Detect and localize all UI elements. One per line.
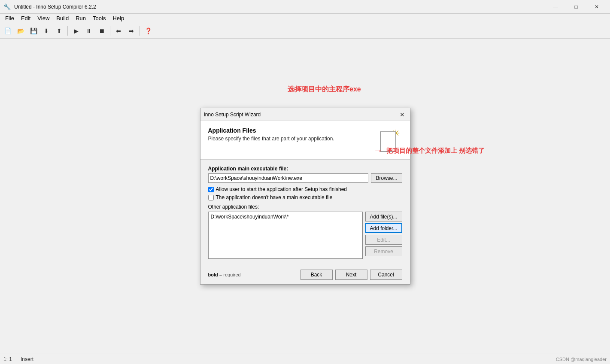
status-bar: 1: 1 Insert CSDN @maqiangleader [0, 354, 610, 364]
main-exe-row: Browse... [208, 173, 402, 183]
status-bar-left: 1: 1 Insert [3, 356, 33, 362]
dialog-footer: bold = required Back Next Cancel [200, 265, 410, 284]
menu-run[interactable]: Run [72, 14, 89, 22]
dialog-heading: Application Files [208, 127, 334, 134]
next-button[interactable]: Next [335, 270, 367, 280]
back-button[interactable]: Back [300, 270, 333, 280]
menu-file[interactable]: File [2, 14, 18, 22]
title-bar-controls: — □ ✕ [546, 0, 607, 14]
menu-help[interactable]: Help [109, 14, 127, 22]
main-exe-input[interactable] [208, 173, 369, 183]
footer-hint: bold = required [208, 272, 300, 277]
dialog-header-text: Application Files Please specify the fil… [208, 127, 334, 142]
footer-hint-text: = required [218, 272, 241, 277]
toolbar-sep-1 [67, 26, 68, 36]
menu-tools[interactable]: Tools [89, 14, 109, 22]
dialog-close-button[interactable]: ✕ [398, 110, 407, 119]
browse-button[interactable]: Browse... [371, 173, 402, 183]
menu-bar: File Edit View Build Run Tools Help [0, 14, 610, 23]
cancel-button[interactable]: Cancel [370, 270, 402, 280]
allow-start-label: Allow user to start the application afte… [216, 186, 347, 192]
main-exe-label: Application main executable file: [208, 166, 402, 172]
other-files-label: Other application files: [208, 204, 402, 210]
toolbar-upload[interactable]: ⬆ [53, 25, 65, 37]
exe-annotation-text: 选择项目中的主程序exe [288, 85, 361, 94]
add-folder-button[interactable]: Add folder... [365, 223, 402, 233]
folder-annotation: → 把项目的整个文件添加上 别选错了 [373, 145, 485, 156]
close-button[interactable]: ✕ [587, 0, 607, 14]
dialog-title: Inno Setup Script Wizard [204, 112, 261, 118]
dialog-titlebar: Inno Setup Script Wizard ✕ [200, 108, 410, 121]
toolbar-pause[interactable]: ⏸ [83, 25, 95, 37]
maximize-button[interactable]: □ [566, 0, 586, 14]
list-item: D:\workSpace\shouyinduanWork\* [210, 213, 361, 220]
toolbar-sep-2 [110, 26, 110, 36]
wizard-dialog: Inno Setup Script Wizard ✕ Application F… [200, 108, 410, 285]
watermark: CSDN @maqiangleader [556, 357, 607, 362]
files-listbox[interactable]: D:\workSpace\shouyinduanWork\* [208, 212, 363, 259]
cursor-position: 1: 1 [3, 356, 12, 362]
toolbar: 📄 📂 💾 ⬇ ⬆ ▶ ⏸ ⏹ ⬅ ➡ ❓ [0, 23, 610, 39]
toolbar-download[interactable]: ⬇ [40, 25, 52, 37]
main-area: Inno Setup Script Wizard ✕ Application F… [0, 39, 610, 354]
toolbar-open[interactable]: 📂 [15, 25, 27, 37]
footer-buttons: Back Next Cancel [300, 270, 402, 280]
add-files-button[interactable]: Add file(s)... [365, 212, 402, 221]
menu-view[interactable]: View [34, 14, 53, 22]
remove-button[interactable]: Remove [365, 246, 402, 256]
checkbox2-row: The application doesn't have a main exec… [208, 194, 402, 200]
folder-annotation-text: 把项目的整个文件添加上 别选错了 [386, 147, 485, 155]
files-buttons: Add file(s)... Add folder... Edit... Rem… [365, 212, 402, 256]
exe-annotation: 选择项目中的主程序exe [288, 85, 361, 94]
no-main-exe-checkbox[interactable] [208, 195, 214, 200]
no-main-exe-label: The application doesn't have a main exec… [216, 194, 333, 200]
dialog-subtext: Please specify the files that are part o… [208, 136, 334, 142]
title-bar: 🔧 Untitled - Inno Setup Compiler 6.2.2 —… [0, 0, 610, 14]
editor-mode: Insert [21, 356, 33, 362]
toolbar-stop[interactable]: ⏹ [96, 25, 108, 37]
checkbox1-row: Allow user to start the application afte… [208, 186, 402, 192]
dialog-body: Application main executable file: Browse… [200, 160, 410, 265]
allow-start-checkbox[interactable] [208, 187, 214, 192]
toolbar-save[interactable]: 💾 [27, 25, 39, 37]
toolbar-sep-3 [140, 26, 140, 36]
window-title: Untitled - Inno Setup Compiler 6.2.2 [14, 4, 96, 10]
toolbar-next[interactable]: ➡ [125, 25, 137, 37]
footer-hint-bold: bold [208, 272, 218, 277]
minimize-button[interactable]: — [546, 0, 565, 14]
toolbar-run[interactable]: ▶ [70, 25, 82, 37]
arrow-icon: → [373, 145, 383, 156]
toolbar-prev[interactable]: ⬅ [112, 25, 124, 37]
menu-build[interactable]: Build [53, 14, 72, 22]
other-files-area: D:\workSpace\shouyinduanWork\* Add file(… [208, 212, 402, 259]
toolbar-help[interactable]: ❓ [142, 25, 154, 37]
toolbar-new[interactable]: 📄 [2, 25, 14, 37]
title-bar-left: 🔧 Untitled - Inno Setup Compiler 6.2.2 [3, 3, 96, 10]
menu-edit[interactable]: Edit [18, 14, 34, 22]
app-icon: 🔧 [3, 3, 11, 10]
edit-button[interactable]: Edit... [365, 235, 402, 245]
